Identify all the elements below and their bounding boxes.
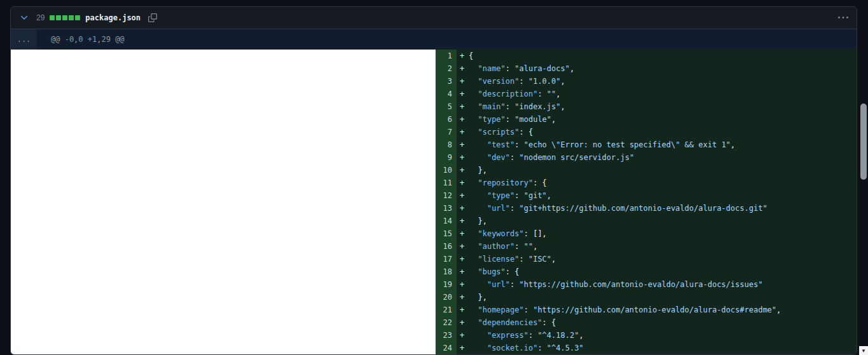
code-token: "test" [487,140,514,149]
code-token: "version" [478,77,519,86]
code-line: + "express": "^4.18.2", [457,329,857,342]
code-token: : [506,102,514,111]
line-number[interactable]: 21 [436,304,457,316]
code-token: "dependencies" [478,318,542,327]
line-number[interactable]: 14 [436,215,457,227]
line-number[interactable]: 20 [436,291,457,304]
code-token: "url" [487,204,510,213]
scrollbar-down-button[interactable]: ▼ [859,346,868,355]
code-line: + "description": "", [457,88,857,100]
file-options-button[interactable] [836,11,850,25]
line-number[interactable]: 16 [436,240,457,253]
code-token: : [510,153,519,162]
chevron-down-icon [19,13,29,23]
code-line: + }, [457,164,857,177]
page-scrollbar[interactable]: ▼ [859,0,868,355]
line-number[interactable]: 1 [436,50,457,62]
addition-sign: + [460,240,469,253]
line-number[interactable]: 24 [436,342,457,354]
code-token: "type" [478,115,505,124]
diff-line: 5+ "main": "index.js", [436,100,857,113]
addition-sign: + [460,164,469,177]
copy-file-path-button[interactable] [146,11,160,25]
line-number[interactable]: 2 [436,62,457,75]
code-token: : [506,64,514,73]
line-number[interactable]: 5 [436,100,457,113]
diff-line: 14+ }, [436,215,857,227]
code-token: "dev" [487,153,510,162]
code-token: "" [547,90,556,98]
line-number[interactable]: 12 [436,189,457,202]
line-number[interactable]: 19 [436,278,457,291]
line-number[interactable]: 9 [436,151,457,164]
line-number[interactable]: 15 [436,227,457,240]
diffstat-blocks [50,15,80,20]
code-line: + "main": "index.js", [457,100,857,113]
code-token: "index.js" [514,102,560,111]
code-token: : { [506,267,520,276]
code-token: : [519,255,528,264]
code-token: , [547,191,551,200]
line-number[interactable]: 10 [436,164,457,177]
code-line: +{ [457,50,857,62]
code-line: + "author": "", [457,240,857,253]
code-token: "type" [487,191,514,200]
line-number[interactable]: 22 [436,316,457,329]
code-token [469,153,487,162]
code-token [469,305,478,314]
addition-sign: + [460,50,469,62]
code-token: "" [524,242,533,251]
code-token: , [561,77,565,86]
addition-sign: + [460,253,469,265]
diff-line: 15+ "keywords": [], [436,227,857,240]
line-number[interactable]: 4 [436,88,457,100]
code-token: "author" [478,242,514,251]
line-number[interactable]: 11 [436,177,457,189]
diff-line: 7+ "scripts": { [436,126,857,138]
code-line: + "type": "git", [457,189,857,202]
code-token: }, [478,166,486,175]
code-token [469,242,478,251]
line-number[interactable]: 7 [436,126,457,138]
scrollbar-thumb[interactable] [860,104,867,180]
code-line: + "scripts": { [457,126,857,138]
collapse-file-button[interactable] [17,11,31,25]
line-number[interactable]: 18 [436,265,457,278]
addition-sign: + [460,265,469,278]
code-line: + "test": "echo \"Error: no test specifi… [457,138,857,151]
code-token: , [579,331,583,340]
line-number[interactable]: 13 [436,202,457,215]
code-token [469,280,487,289]
code-token: "license" [478,255,519,264]
line-number[interactable]: 23 [436,329,457,342]
code-line: + }, [457,215,857,227]
code-token [469,217,478,225]
code-token: : [537,90,546,98]
line-number[interactable]: 3 [436,75,457,88]
diff-line: 22+ "dependencies": { [436,316,857,329]
code-token: "socket.io" [487,344,537,352]
line-number[interactable]: 17 [436,253,457,265]
code-token: "alura-docs" [514,64,570,73]
code-line: + }, [457,291,857,304]
code-token: }, [478,217,486,225]
code-token: , [551,255,556,264]
code-token: "git+https://github.com/antonio-evaldo/a… [519,204,767,213]
diffstat-square [69,15,74,20]
diffstat-square [56,15,61,20]
addition-sign: + [460,100,469,113]
code-token: : [], [524,229,547,238]
code-token: : [510,280,519,289]
kebab-horizontal-icon [838,13,848,23]
code-token: , [533,242,537,251]
hunk-range-text: @@ -0,0 +1,29 @@ [37,29,125,50]
code-line: + "license": "ISC", [457,253,857,265]
code-line: + "type": "module", [457,113,857,126]
code-token [469,128,478,137]
line-number[interactable]: 8 [436,138,457,151]
line-number[interactable]: 6 [436,113,457,126]
addition-sign: + [460,329,469,342]
code-line: + "bugs": { [457,265,857,278]
code-line: + "url": "git+https://github.com/antonio… [457,202,857,215]
expand-hunk-button[interactable]: ... [11,29,37,50]
